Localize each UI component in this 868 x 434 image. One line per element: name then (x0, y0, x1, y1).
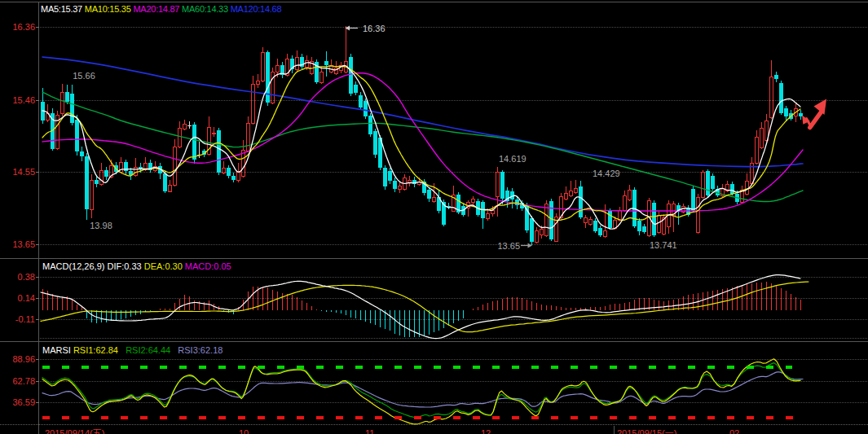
svg-text:14.619: 14.619 (499, 154, 527, 164)
svg-text:10: 10 (239, 428, 249, 434)
svg-text:15.66: 15.66 (73, 71, 95, 81)
svg-text:13.65: 13.65 (497, 241, 520, 251)
svg-text:14.55: 14.55 (12, 167, 35, 177)
svg-text:MA5:15.37 MA10:15.35 MA20:14.8: MA5:15.37 MA10:15.35 MA20:14.87 MA60:14.… (41, 4, 281, 14)
svg-text:MACD(12,26,9) DIF:0.33 DEA:0.3: MACD(12,26,9) DIF:0.33 DEA:0.30 MACD:0.0… (42, 261, 231, 271)
svg-text:0.38: 0.38 (18, 272, 35, 282)
svg-text:11: 11 (365, 428, 374, 434)
svg-text:-0.11: -0.11 (15, 314, 35, 324)
svg-text:12: 12 (481, 428, 491, 434)
svg-text:36.59: 36.59 (12, 397, 35, 407)
svg-text:2015/09/14(五): 2015/09/14(五) (45, 428, 104, 434)
svg-text:MARSI RSI1:62.84 RSI2:64.44: MARSI RSI1:62.84 RSI2:64.44 RSI3:62.18 (42, 345, 223, 355)
svg-text:88.96: 88.96 (12, 354, 35, 364)
svg-text:16.36: 16.36 (363, 24, 386, 33)
svg-text:62.78: 62.78 (12, 376, 35, 386)
svg-text:13.741: 13.741 (650, 240, 677, 250)
svg-text:15.46: 15.46 (12, 95, 35, 105)
svg-text:0.14: 0.14 (18, 293, 35, 303)
svg-text:13.65: 13.65 (12, 239, 35, 249)
svg-text:2015/09/15(一): 2015/09/15(一) (617, 428, 676, 434)
svg-text:14.429: 14.429 (593, 169, 620, 178)
svg-text:02: 02 (729, 428, 739, 434)
svg-text:13.98: 13.98 (90, 221, 112, 230)
svg-text:16.36: 16.36 (12, 22, 35, 32)
